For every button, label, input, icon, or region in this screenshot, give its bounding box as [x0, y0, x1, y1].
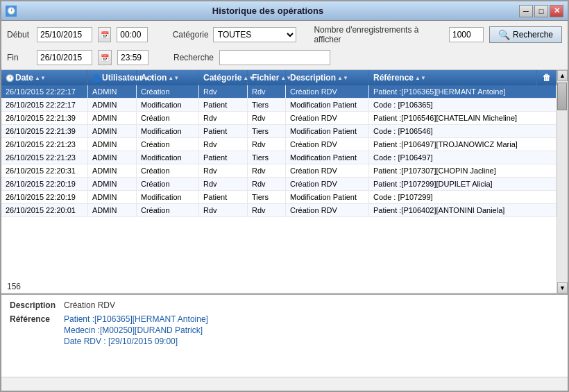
- detail-panel: Description Création RDV Référence Patie…: [1, 293, 568, 377]
- categorie-label: Catégorie: [173, 30, 207, 40]
- td-category: Patient: [199, 151, 248, 164]
- count-input[interactable]: [449, 27, 484, 42]
- td-desc: Création RDV: [286, 112, 369, 124]
- recherche-label: Recherche: [173, 53, 214, 62]
- main-window: 🕐 Historique des opérations ─ □ ✕ Début …: [0, 0, 569, 392]
- td-user: ADMIN: [88, 112, 137, 124]
- th-ref[interactable]: Référence ▲▼: [369, 70, 537, 85]
- td-desc: Modification Patient: [286, 191, 369, 203]
- categorie-select[interactable]: TOUTES: [213, 27, 296, 42]
- th-category[interactable]: Catégorie ▲▼: [199, 70, 248, 85]
- td-category: Rdv: [199, 204, 248, 216]
- td-user: ADMIN: [88, 99, 137, 111]
- search-button[interactable]: 🔍 Recherche: [489, 26, 562, 43]
- table-row[interactable]: 26/10/2015 22:22:17 ADMIN Création Rdv R…: [1, 85, 557, 99]
- scroll-down-button[interactable]: ▼: [557, 282, 568, 293]
- td-action: Création: [137, 138, 199, 151]
- table-row[interactable]: 26/10/2015 22:21:39 ADMIN Création Rdv R…: [1, 112, 557, 125]
- td-ref: Patient :[P107307][CHOPIN Jacline]: [369, 164, 557, 177]
- recherche-input[interactable]: [219, 50, 330, 65]
- td-desc: Création RDV: [286, 138, 369, 151]
- th-user-sort-icon: ▲▼: [144, 75, 155, 81]
- th-date-label: Date: [15, 73, 33, 83]
- td-action: Modification: [137, 99, 199, 111]
- detail-reference-label: Référence: [10, 314, 58, 346]
- toolbar-row-2: Fin 📅 Recherche: [7, 50, 562, 65]
- table-row[interactable]: 26/10/2015 22:21:23 ADMIN Création Rdv R…: [1, 138, 557, 151]
- minimize-button[interactable]: ─: [519, 5, 533, 17]
- debut-date-calendar-button[interactable]: 📅: [98, 27, 111, 42]
- td-date: 26/10/2015 22:20:31: [1, 164, 88, 177]
- th-date[interactable]: 🕐 Date ▲▼: [1, 70, 88, 85]
- td-file: Tiers: [248, 191, 286, 203]
- detail-reference-line: Date RDV : [29/10/2015 09:00]: [64, 336, 208, 346]
- td-file: Rdv: [248, 178, 286, 190]
- fin-time-input[interactable]: [117, 50, 148, 65]
- th-desc-sort-icon: ▲▼: [337, 75, 348, 81]
- td-ref: Patient :[P107299][DUPILET Alicia]: [369, 178, 557, 190]
- td-user: ADMIN: [88, 125, 137, 137]
- detail-description-label: Description: [10, 300, 58, 310]
- title-bar: 🕐 Historique des opérations ─ □ ✕: [1, 1, 568, 21]
- fin-date-input[interactable]: [37, 50, 92, 65]
- td-category: Rdv: [199, 178, 248, 190]
- scroll-track[interactable]: [557, 81, 568, 282]
- td-category: Rdv: [199, 85, 248, 98]
- table-row[interactable]: 26/10/2015 22:22:17 ADMIN Modification P…: [1, 99, 557, 112]
- debut-time-input[interactable]: [117, 27, 148, 42]
- table-row[interactable]: 26/10/2015 22:20:19 ADMIN Création Rdv R…: [1, 178, 557, 191]
- debut-label: Début: [7, 30, 31, 40]
- th-file-label: Fichier: [252, 73, 279, 83]
- th-desc[interactable]: Description ▲▼: [286, 70, 369, 85]
- user-icon: 👤: [92, 74, 101, 82]
- th-user[interactable]: 👤 Utilisateur ▲▼: [88, 70, 137, 85]
- table-row[interactable]: 26/10/2015 22:20:19 ADMIN Modification P…: [1, 191, 557, 204]
- td-user: ADMIN: [88, 138, 137, 151]
- th-ref-sort-icon: ▲▼: [415, 75, 426, 81]
- td-date: 26/10/2015 22:22:17: [1, 99, 88, 111]
- detail-description-row: Description Création RDV: [10, 300, 559, 310]
- td-desc: Création RDV: [286, 178, 369, 190]
- th-date-sort-icon: ▲▼: [35, 75, 46, 81]
- td-ref: Patient :[P106365][HERMANT Antoine]: [369, 85, 557, 98]
- th-category-label: Catégorie: [203, 73, 241, 83]
- td-file: Rdv: [248, 164, 286, 177]
- th-delete[interactable]: 🗑: [537, 70, 557, 85]
- td-ref: Patient :[P106402][ANTONINI Daniela]: [369, 204, 557, 216]
- scroll-up-button[interactable]: ▲: [557, 70, 568, 81]
- search-button-label: Recherche: [513, 30, 553, 40]
- td-ref: Code : [P106497]: [369, 151, 557, 164]
- maximize-button[interactable]: □: [534, 5, 548, 17]
- td-ref: Code : [P107299]: [369, 191, 557, 203]
- th-ref-label: Référence: [373, 73, 414, 83]
- td-action: Création: [137, 178, 199, 190]
- fin-date-calendar-button[interactable]: 📅: [98, 50, 112, 65]
- table-container: 🕐 Date ▲▼ 👤 Utilisateur ▲▼ Action ▲▼: [1, 70, 568, 377]
- table-row[interactable]: 26/10/2015 22:20:01 ADMIN Création Rdv R…: [1, 204, 557, 217]
- th-desc-label: Description: [290, 73, 336, 83]
- window-icon: 🕐: [6, 6, 17, 17]
- title-bar-buttons: ─ □ ✕: [519, 5, 563, 17]
- th-action-sort-icon: ▲▼: [168, 75, 179, 81]
- row-count: 156: [1, 280, 557, 293]
- td-ref: Patient :[P106546][CHATELAIN Micheline]: [369, 112, 557, 124]
- scroll-thumb[interactable]: [557, 83, 567, 110]
- table-row[interactable]: 26/10/2015 22:20:31 ADMIN Création Rdv R…: [1, 164, 557, 178]
- td-desc: Modification Patient: [286, 151, 369, 164]
- table-scrollbar[interactable]: ▲ ▼: [557, 70, 568, 293]
- table-row[interactable]: 26/10/2015 22:21:39 ADMIN Modification P…: [1, 125, 557, 138]
- td-category: Rdv: [199, 112, 248, 124]
- td-category: Rdv: [199, 138, 248, 151]
- th-file-sort-icon: ▲▼: [280, 75, 291, 81]
- td-desc: Création RDV: [286, 164, 369, 177]
- td-action: Modification: [137, 151, 199, 164]
- td-desc: Création RDV: [286, 85, 369, 98]
- table-row[interactable]: 26/10/2015 22:21:23 ADMIN Modification P…: [1, 151, 557, 164]
- td-date: 26/10/2015 22:21:23: [1, 151, 88, 164]
- td-ref: Patient :[P106497][TROJANOWICZ Maria]: [369, 138, 557, 151]
- td-action: Modification: [137, 191, 199, 203]
- detail-reference-line: Patient :[P106365][HERMANT Antoine]: [64, 314, 208, 324]
- td-category: Rdv: [199, 164, 248, 177]
- debut-date-input[interactable]: [37, 27, 92, 42]
- close-button[interactable]: ✕: [550, 5, 563, 17]
